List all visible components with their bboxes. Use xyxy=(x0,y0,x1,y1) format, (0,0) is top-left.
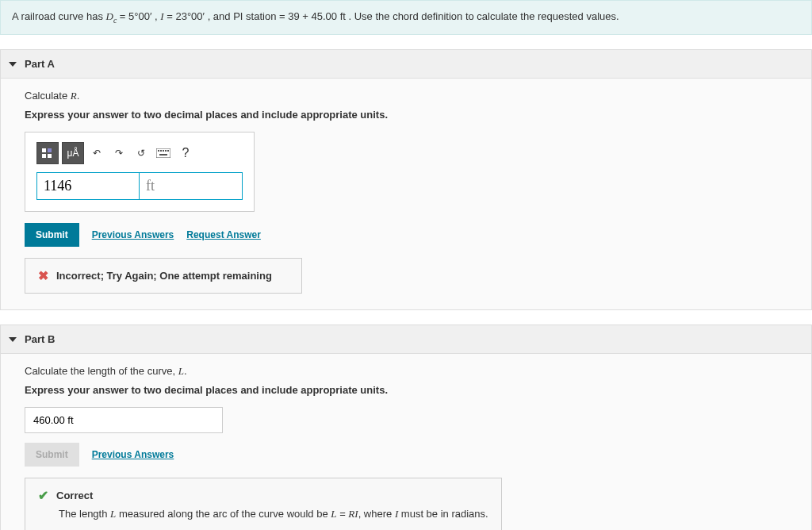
fb-post: must be in radians. xyxy=(398,508,488,520)
undo-icon[interactable]: ↶ xyxy=(87,142,106,164)
part-b-container: Part B Calculate the length of the curve… xyxy=(0,325,812,530)
eq2: = xyxy=(167,10,175,22)
prompt-pre: Calculate xyxy=(25,90,71,102)
keyboard-icon[interactable] xyxy=(154,142,173,164)
help-icon[interactable]: ? xyxy=(176,142,195,164)
i-val: 23°00′ xyxy=(175,10,205,22)
dc-val: 5°00′ xyxy=(128,10,151,22)
fb-eq: = xyxy=(337,508,349,520)
previous-answers-link[interactable]: Previous Answers xyxy=(92,229,174,240)
svg-rect-5 xyxy=(158,150,159,152)
i-var: I xyxy=(160,10,163,22)
svg-rect-4 xyxy=(156,148,170,158)
units-button[interactable]: μÅ xyxy=(62,142,84,164)
correct-icon: ✔ xyxy=(38,488,48,503)
part-b-body: Calculate the length of the curve, L. Ex… xyxy=(1,354,811,530)
fb-pre: The length xyxy=(59,508,110,520)
unit-input[interactable] xyxy=(140,172,243,200)
part-a-container: Part A Calculate R. Express your answer … xyxy=(0,49,812,310)
dc-sub: c xyxy=(113,16,117,25)
prompt-var: R xyxy=(71,90,77,102)
value-input[interactable] xyxy=(36,172,140,200)
submit-button-disabled: Submit xyxy=(25,443,79,467)
incorrect-icon: ✖ xyxy=(38,268,48,283)
value-unit-row xyxy=(36,172,243,200)
part-a-prompt: Calculate R. xyxy=(25,90,787,102)
part-a-header[interactable]: Part A xyxy=(1,50,811,79)
fb-eqL: L xyxy=(331,508,336,520)
part-a-title: Part A xyxy=(25,58,55,70)
prompt-var: L xyxy=(178,365,184,377)
feedback-box-b: ✔ Correct The length L measured along th… xyxy=(25,478,502,530)
and: , and xyxy=(208,10,234,22)
equation-toolbar: μÅ ↶ ↷ ↺ ? xyxy=(36,142,243,164)
redo-icon[interactable]: ↷ xyxy=(109,142,128,164)
problem-prefix: A railroad curve has xyxy=(12,10,106,22)
svg-rect-3 xyxy=(48,154,52,158)
prompt-post: . xyxy=(77,90,80,102)
dc-var: D xyxy=(106,10,113,22)
pi-label: PI station xyxy=(233,10,276,22)
svg-rect-10 xyxy=(159,154,167,156)
fb-mid2: , where xyxy=(358,508,395,520)
svg-rect-0 xyxy=(42,148,46,152)
problem-statement: A railroad curve has Dc = 5°00′ , I = 23… xyxy=(0,0,812,35)
part-b-instruction: Express your answer to two decimal place… xyxy=(25,384,787,396)
template-icon[interactable] xyxy=(36,142,59,164)
answer-panel-a: μÅ ↶ ↷ ↺ ? xyxy=(25,132,255,212)
collapse-icon[interactable] xyxy=(9,62,17,67)
part-a-body: Calculate R. Express your answer to two … xyxy=(1,79,811,309)
svg-rect-2 xyxy=(42,154,46,158)
request-answer-link[interactable]: Request Answer xyxy=(186,229,261,240)
svg-rect-6 xyxy=(160,150,162,152)
part-b-prompt: Calculate the length of the curve, L. xyxy=(25,365,787,378)
svg-rect-7 xyxy=(163,150,164,152)
svg-rect-1 xyxy=(48,148,52,152)
prompt-pre: Calculate the length of the curve, xyxy=(25,365,178,377)
reset-icon[interactable]: ↺ xyxy=(132,142,151,164)
fb-mid: measured along the arc of the curve woul… xyxy=(116,508,331,520)
collapse-icon[interactable] xyxy=(9,337,17,342)
action-row-b: Submit Previous Answers xyxy=(25,443,787,467)
eq1: = xyxy=(120,10,128,22)
svg-rect-9 xyxy=(167,150,169,152)
part-b-header[interactable]: Part B xyxy=(1,325,811,354)
previous-answers-link[interactable]: Previous Answers xyxy=(92,449,174,460)
fb-RI: RI xyxy=(348,508,358,520)
feedback-explanation: The length L measured along the arc of t… xyxy=(59,508,488,520)
svg-rect-8 xyxy=(165,150,167,152)
feedback-title-b: Correct xyxy=(56,490,93,501)
action-row-a: Submit Previous Answers Request Answer xyxy=(25,223,787,247)
feedback-text-a: Incorrect; Try Again; One attempt remain… xyxy=(56,270,272,282)
pi-val: 39 + 45.00 ft xyxy=(288,10,346,22)
part-a-instruction: Express your answer to two decimal place… xyxy=(25,109,787,121)
answer-input-b[interactable] xyxy=(25,407,223,433)
prompt-post: . xyxy=(184,365,187,377)
problem-suffix: . Use the chord definition to calculate … xyxy=(349,10,619,22)
part-b-title: Part B xyxy=(25,333,55,345)
submit-button[interactable]: Submit xyxy=(25,223,79,247)
eq3: = xyxy=(279,10,288,22)
feedback-box-a: ✖ Incorrect; Try Again; One attempt rema… xyxy=(25,258,302,294)
